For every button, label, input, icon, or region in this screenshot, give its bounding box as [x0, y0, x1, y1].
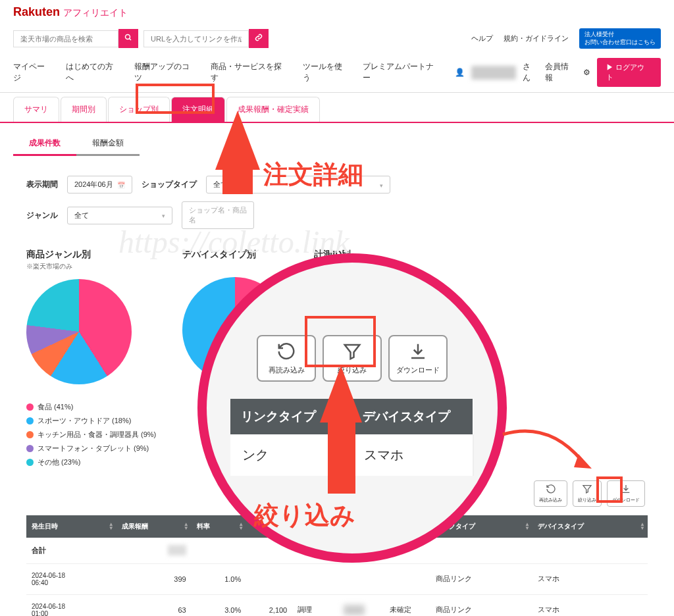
calendar-icon [117, 181, 125, 189]
help-link[interactable]: ヘルプ [471, 34, 493, 43]
legend-item: その他 (23%) [26, 455, 156, 469]
table-row: 2024-06-18 06:40 399 1.0% 商品リンク スマホ [26, 563, 648, 594]
annotation-arrow-up2 [320, 366, 362, 423]
nav-reward-tips[interactable]: 報酬アップのコツ [134, 61, 197, 84]
annotation-arrow-stem2 [328, 421, 355, 494]
subtab-count[interactable]: 成果件数 [13, 132, 76, 156]
nav-mypage[interactable]: マイページ [13, 61, 53, 84]
contact-button[interactable]: 法人様受付 お問い合わせ窓口はこちら [579, 28, 661, 49]
tab-period[interactable]: 期間別 [61, 97, 107, 122]
pie-chart-genre [26, 279, 132, 384]
tab-summary[interactable]: サマリ [13, 97, 59, 122]
legend-item: 食品 (41%) [26, 400, 156, 414]
svg-point-0 [126, 35, 130, 39]
terms-link[interactable]: 規約・ガイドライン [504, 34, 569, 43]
th-rate[interactable]: 料率▲▼ [192, 515, 247, 538]
url-input[interactable] [143, 30, 249, 47]
annotation-box-tab [136, 84, 215, 114]
annotation-arrow-stem [222, 168, 253, 194]
th-date[interactable]: 発生日時▲▼ [26, 515, 117, 538]
user-icon: 👤 [455, 68, 465, 77]
shoptype-label: ショップタイプ [142, 179, 197, 190]
chart2-title: デバイスタイプ別 [182, 249, 288, 261]
chart-legend: 食品 (41%) スポーツ・アウトドア (18%) キッチン用品・食器・調理器具… [26, 400, 156, 469]
chart1-sub: ※楽天市場のみ [26, 262, 156, 271]
genre-select[interactable]: 全て [67, 207, 172, 224]
th-reward[interactable]: 成果報酬▲▼ [117, 515, 192, 538]
genre-label: ジャンル [26, 210, 58, 221]
site-logo[interactable]: Rakuten アフィリエイト [13, 5, 128, 19]
chart1-title: 商品ジャンル別 [26, 249, 156, 261]
period-label: 表示期間 [26, 179, 58, 190]
annotation-arrow-up [215, 111, 260, 170]
chevron-down-icon [380, 181, 383, 189]
url-link-button[interactable] [249, 29, 269, 48]
nav-premium[interactable]: プレミアムパートナー [363, 61, 442, 84]
nav-tools[interactable]: ツールを使う [303, 61, 350, 84]
subtab-amount[interactable]: 報酬金額 [76, 132, 140, 156]
chevron-down-icon [162, 211, 165, 219]
zoom-download-button: ダウンロード [388, 335, 448, 382]
annotation-box-filter-zoom [305, 316, 376, 367]
nav-beginners[interactable]: はじめての方へ [66, 61, 121, 84]
annotation-box-filter-mini [596, 476, 623, 503]
username-blurred [471, 66, 516, 80]
product-search-button[interactable] [118, 29, 138, 48]
keyword-input[interactable]: ショップ名・商品名 [182, 201, 254, 229]
th-device[interactable]: デバイスタイプ▲▼ [532, 515, 648, 538]
legend-item: スマートフォン・タブレット (9%) [26, 442, 156, 455]
nav-products[interactable]: 商品・サービスを探す [211, 61, 290, 84]
gear-icon[interactable]: ⚙ [583, 68, 590, 77]
member-info-link[interactable]: 会員情報 [545, 61, 577, 84]
svg-line-1 [130, 39, 132, 41]
period-select[interactable]: 2024年06月 [67, 176, 132, 193]
annotation-text-order-detail: 注文詳細 [263, 158, 363, 192]
legend-item: スポーツ・アウトドア (18%) [26, 414, 156, 428]
url-link-creator [143, 29, 269, 48]
product-search [13, 29, 138, 48]
product-search-input[interactable] [13, 30, 118, 47]
legend-item: キッチン用品・食器・調理器具 (9%) [26, 428, 156, 442]
table-row: 2024-06-18 01:00 63 3.0% 2,100 調理 未確定 商品… [26, 594, 648, 616]
annotation-text-filter: 絞り込み [254, 499, 355, 532]
logout-button[interactable]: ▶ ログアウト [597, 58, 661, 87]
